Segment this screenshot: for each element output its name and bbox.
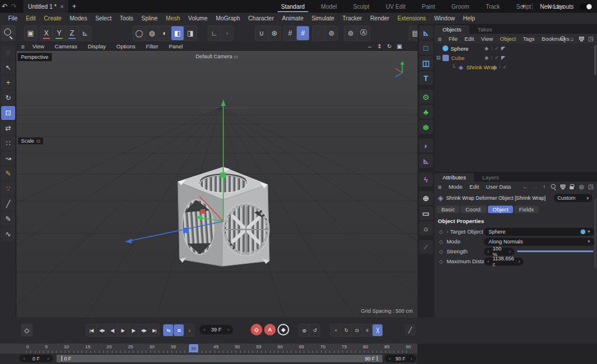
layout-tab[interactable]: Paint	[414, 0, 444, 13]
menu-item[interactable]: MoGraph	[212, 15, 244, 22]
attribute-menu-item[interactable]: Mode	[445, 183, 466, 190]
mode-dropdown[interactable]: Along Normals ▾	[484, 238, 595, 246]
play-button[interactable]: ▶	[118, 324, 128, 336]
search-commander-button[interactable]	[1, 25, 16, 41]
record-rotation-button[interactable]: ↻	[341, 324, 351, 336]
dolly-icon[interactable]: ⇕	[375, 43, 384, 50]
current-frame-field[interactable]: ‹ 39 F ›	[199, 325, 233, 334]
layout-tab[interactable]: Standard	[273, 0, 313, 13]
search-icon[interactable]	[550, 183, 557, 190]
menu-item[interactable]: Create	[40, 15, 65, 22]
snap-button[interactable]: ∪	[255, 26, 268, 40]
menu-item[interactable]: File	[4, 15, 22, 22]
grid-button[interactable]: #	[284, 26, 296, 40]
menu-item[interactable]: Window	[430, 15, 459, 22]
range-end-handle[interactable]	[377, 356, 378, 361]
keyframe-selection-button[interactable]: ◍	[299, 324, 309, 336]
maximum-distance-spinner[interactable]: ‹ 1138.656 c ›	[484, 257, 524, 266]
viewport-menu-item[interactable]: Panel	[163, 43, 188, 50]
viewport-menu-item[interactable]: Display	[82, 43, 111, 50]
generator-palette[interactable]: ⊛	[419, 120, 433, 134]
menu-item[interactable]: Modes	[65, 15, 91, 22]
goto-start-button[interactable]: |◀	[86, 324, 96, 336]
object-row-sphere[interactable]: Sphere ◆ ∶ ✓ ◤	[434, 44, 597, 53]
next-key-button[interactable]: ●▶	[139, 324, 149, 336]
redo-icon[interactable]: ↷	[9, 2, 19, 10]
axis-mode-button[interactable]: ⊚	[345, 26, 357, 40]
up-arrow-icon[interactable]: ↑	[540, 183, 548, 190]
spline-primitive-palette[interactable]: □	[419, 41, 433, 55]
expander-icon[interactable]: ›	[447, 228, 448, 235]
sketch-spline-tool[interactable]: ∿	[1, 227, 15, 241]
transform-tool[interactable]: ⇄	[1, 121, 15, 135]
quick-shading-button[interactable]: ◐	[159, 26, 171, 40]
menu-item[interactable]: Simulate	[307, 15, 338, 22]
camera-label[interactable]: Default Camera ▭	[16, 54, 417, 59]
section-tab[interactable]: Object	[488, 206, 513, 213]
object-manager-menu-item[interactable]: Object	[497, 36, 519, 42]
viewport[interactable]: Perspective Default Camera ▭ Scale⊡ Grid…	[16, 51, 417, 317]
point-pen-tool[interactable]: ✎	[1, 167, 15, 181]
quantize-button[interactable]: #	[297, 26, 309, 40]
record-scale-button[interactable]: ⊡	[352, 324, 361, 336]
autokey-button[interactable]: A	[264, 324, 276, 335]
panel-tab[interactable]: Attributes	[434, 173, 474, 182]
volume-builder-palette[interactable]: ♣	[419, 105, 433, 119]
object-manager-menu-item[interactable]: File	[445, 36, 461, 42]
object-row-cube[interactable]: ⊟ Cube ◆ ∶ ✓ ◤	[434, 53, 597, 62]
wireframe-shading-button[interactable]: ◨	[184, 26, 196, 40]
menu-item[interactable]: Render	[366, 15, 394, 22]
lock-icon[interactable]	[568, 183, 576, 190]
target-icon[interactable]: ◎	[578, 183, 585, 190]
forward-arrow-icon[interactable]: →	[531, 183, 539, 190]
layout-tab[interactable]: Sculpt	[345, 0, 378, 13]
range-start-field[interactable]: ‹ 0 F ›	[19, 355, 53, 362]
menu-item[interactable]: Select	[91, 15, 115, 22]
hamburger-icon[interactable]: ≡	[19, 43, 27, 50]
pen-tool[interactable]: ✎	[1, 212, 15, 226]
section-tab[interactable]: Basic	[437, 206, 459, 213]
menu-item[interactable]: Spline	[138, 15, 162, 22]
material-palette[interactable]: ✓	[419, 240, 433, 254]
spline-pen-tool[interactable]: ↝	[1, 151, 15, 165]
target-object-field[interactable]: Sphere ▾	[484, 228, 595, 236]
range-end-field[interactable]: ‹ 90 F ›	[385, 355, 416, 362]
playhead[interactable]: 39	[189, 344, 198, 352]
null-palette[interactable]: ⊾	[419, 154, 433, 168]
strength-slider[interactable]	[517, 250, 594, 252]
menu-item[interactable]: Animate	[278, 15, 308, 22]
home-icon[interactable]: ⌂	[568, 35, 576, 43]
floor-plane-button[interactable]: ▣	[24, 26, 37, 40]
new-layouts-button[interactable]: New Layouts	[536, 3, 577, 10]
goto-end-button[interactable]: ▶|	[149, 324, 159, 336]
menu-item[interactable]: Help	[459, 15, 479, 22]
viewport-menu-item[interactable]: Cameras	[50, 43, 83, 50]
keyframe-diamond-button[interactable]: ◇	[21, 324, 33, 337]
panel-tab[interactable]: Objects	[434, 25, 469, 34]
menu-item[interactable]: Edit	[22, 15, 40, 22]
new-document-button[interactable]: +	[68, 2, 80, 10]
attributes-scrollbar[interactable]	[594, 199, 596, 268]
section-tab[interactable]: Fields	[514, 206, 538, 213]
object-manager-menu-item[interactable]: Tags	[519, 36, 538, 42]
document-tab[interactable]: Untitled 1 * ×	[23, 0, 68, 13]
section-tab[interactable]: Coord.	[461, 206, 487, 213]
popout-icon[interactable]: ◳	[587, 35, 595, 43]
workplane-button[interactable]: ∟	[208, 26, 220, 40]
close-icon[interactable]: ×	[60, 3, 64, 10]
attribute-menu-item[interactable]: User Data	[483, 183, 515, 190]
filter-icon[interactable]	[559, 183, 567, 190]
menu-item[interactable]: Character	[244, 15, 278, 22]
search-icon[interactable]	[559, 35, 567, 43]
object-row-shrink-wrap[interactable]: └ ◈ Shrink Wrap ◆ ∶ ✓	[434, 62, 597, 72]
menu-item[interactable]: Tools	[115, 15, 137, 22]
layout-tab[interactable]: Model	[313, 0, 345, 13]
pan-icon[interactable]: ⇔	[366, 43, 374, 50]
loop-playback-button[interactable]: ⇆	[163, 324, 173, 336]
record-pla-button[interactable]: ╳	[373, 324, 382, 336]
set-keyframe-button[interactable]: ◆	[278, 324, 289, 335]
next-frame-button[interactable]: |▶	[128, 324, 138, 336]
menu-item[interactable]: Mesh	[161, 15, 184, 22]
maximize-view-icon[interactable]: ▣	[395, 43, 403, 50]
sound-button[interactable]: ♪	[184, 324, 194, 336]
